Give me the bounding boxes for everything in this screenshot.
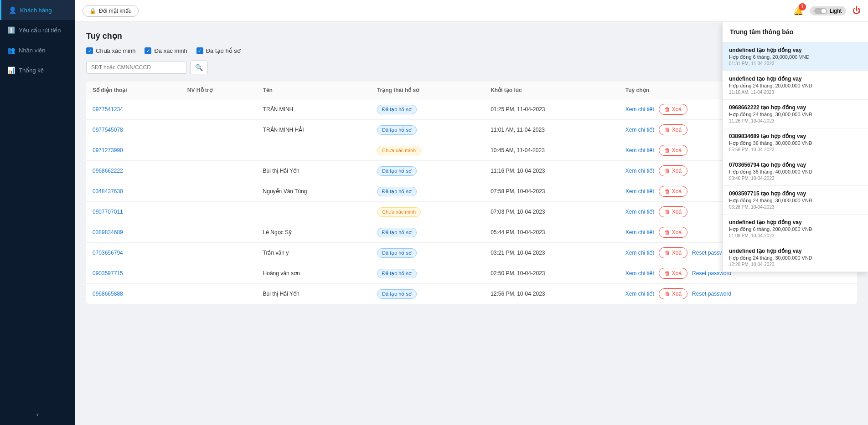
delete-button[interactable]: 🗑 Xoá bbox=[659, 247, 687, 258]
delete-button[interactable]: 🗑 Xoá bbox=[659, 268, 687, 279]
delete-button[interactable]: 🗑 Xoá bbox=[659, 288, 687, 299]
theme-toggle[interactable]: Light bbox=[810, 6, 846, 15]
change-password-button[interactable]: 🔒 Đổi mật khẩu bbox=[83, 5, 139, 17]
cell-time: 02:50 PM, 10-04-2023 bbox=[484, 263, 619, 284]
phone-link[interactable]: 0703656794 bbox=[93, 250, 123, 256]
delete-button[interactable]: 🗑 Xoá bbox=[659, 186, 687, 197]
cell-name: Bùi thị Hải Yến bbox=[257, 161, 371, 181]
view-detail-button[interactable]: Xem chi tiết bbox=[625, 188, 654, 195]
delete-button[interactable]: 🗑 Xoá bbox=[659, 206, 687, 217]
view-detail-button[interactable]: Xem chi tiết bbox=[625, 147, 654, 154]
users-icon: 👥 bbox=[7, 46, 15, 54]
topbar-right: 🔔 1 Light ⏻ bbox=[793, 6, 861, 16]
checkbox-da-xac-minh[interactable]: ✓ bbox=[145, 47, 151, 54]
filter-da-tao-ho-so[interactable]: ✓ Đã tạo hồ sơ bbox=[196, 47, 241, 54]
delete-button[interactable]: 🗑 Xoá bbox=[659, 165, 687, 176]
delete-button[interactable]: 🗑 Xoá bbox=[659, 227, 687, 238]
cell-time: 10:45 AM, 11-04-2023 bbox=[484, 140, 619, 161]
status-badge: Đã tạo hồ sơ bbox=[377, 105, 417, 114]
toggle-knob[interactable] bbox=[814, 8, 827, 14]
topbar-left: 🔒 Đổi mật khẩu bbox=[83, 5, 139, 17]
status-badge: Đã tạo hồ sơ bbox=[377, 187, 417, 196]
cell-status: Đã tạo hồ sơ bbox=[371, 161, 484, 181]
filter-da-xac-minh[interactable]: ✓ Đã xác minh bbox=[145, 47, 187, 54]
sidebar: 👤 Khách hàng ℹ️ Yêu cầu rút tiền 👥 Nhân … bbox=[0, 0, 75, 425]
view-detail-button[interactable]: Xem chi tiết bbox=[625, 229, 654, 236]
power-button[interactable]: ⏻ bbox=[852, 6, 861, 15]
sidebar-item-label: Khách hàng bbox=[20, 7, 52, 14]
chevron-left-icon: ‹ bbox=[36, 410, 39, 419]
view-detail-button[interactable]: Xem chi tiết bbox=[625, 127, 654, 133]
sidebar-item-thong-ke[interactable]: 📊 Thống kê bbox=[0, 60, 75, 80]
notification-item[interactable]: undefined tạo hợp đồng vay Hợp đồng 6 th… bbox=[723, 215, 868, 243]
status-badge: Chưa xác minh bbox=[377, 207, 421, 217]
view-detail-button[interactable]: Xem chi tiết bbox=[625, 106, 654, 113]
notif-desc: Hợp đồng 24 tháng, 30,000,000 VNĐ bbox=[729, 255, 862, 261]
status-badge: Đã tạo hồ sơ bbox=[377, 289, 417, 299]
checkbox-da-tao-ho-so[interactable]: ✓ bbox=[196, 47, 203, 54]
search-input[interactable] bbox=[86, 61, 186, 74]
notification-item[interactable]: 0968662222 tạo hợp đồng vay Hợp đồng 24 … bbox=[723, 100, 868, 128]
notif-time: 11:26 PM, 10-04-2023 bbox=[729, 118, 862, 123]
phone-link[interactable]: 0348437630 bbox=[93, 188, 123, 195]
notif-title: 0703656794 tạo hợp đồng vay bbox=[729, 162, 862, 168]
notif-time: 11:10 AM, 11-04-2023 bbox=[729, 90, 862, 95]
view-detail-button[interactable]: Xem chi tiết bbox=[625, 291, 654, 297]
trash-icon: 🗑 bbox=[665, 229, 670, 236]
phone-link[interactable]: 0977545078 bbox=[93, 127, 123, 133]
phone-link[interactable]: 0907707011 bbox=[93, 209, 123, 215]
filter-chua-xac-minh[interactable]: ✓ Chưa xác minh bbox=[86, 47, 135, 54]
notif-title: undefined tạo hợp đồng vay bbox=[729, 76, 862, 82]
view-detail-button[interactable]: Xem chi tiết bbox=[625, 250, 654, 256]
notification-list: undefined tạo hợp đồng vay Hợp đồng 6 th… bbox=[723, 42, 868, 272]
sidebar-collapse-button[interactable]: ‹ bbox=[0, 404, 75, 425]
cell-phone: 0971273990 bbox=[86, 140, 181, 161]
phone-link[interactable]: 0971273990 bbox=[93, 147, 123, 154]
notif-title: 0903597715 tạo hợp đồng vay bbox=[729, 190, 862, 197]
status-badge: Đã tạo hồ sơ bbox=[377, 125, 417, 135]
notif-time: 03:46 PM, 10-04-2023 bbox=[729, 176, 862, 181]
notification-item[interactable]: 0903597715 tạo hợp đồng vay Hợp đồng 24 … bbox=[723, 186, 868, 215]
delete-button[interactable]: 🗑 Xoá bbox=[659, 145, 687, 156]
notif-time: 01:09 PM, 10-04-2023 bbox=[729, 233, 862, 238]
search-button[interactable]: 🔍 bbox=[190, 61, 208, 74]
notification-item[interactable]: undefined tạo hợp đồng vay Hợp đồng 24 t… bbox=[723, 71, 868, 100]
delete-button[interactable]: 🗑 Xoá bbox=[659, 104, 687, 115]
notification-button[interactable]: 🔔 1 bbox=[793, 6, 803, 16]
notification-item[interactable]: 0703656794 tạo hợp đồng vay Hợp đồng 36 … bbox=[723, 157, 868, 186]
sidebar-item-khach-hang[interactable]: 👤 Khách hàng bbox=[0, 0, 75, 20]
phone-link[interactable]: 0903597715 bbox=[93, 270, 123, 277]
cell-time: 07:58 PM, 10-04-2023 bbox=[484, 181, 619, 202]
notif-title: 0389834689 tạo hợp đồng vay bbox=[729, 133, 862, 139]
cell-time: 12:56 PM, 10-04-2023 bbox=[484, 284, 619, 304]
reset-password-button[interactable]: Reset password bbox=[692, 291, 731, 297]
cell-status: Chưa xác minh bbox=[371, 140, 484, 161]
trash-icon: 🗑 bbox=[665, 209, 670, 215]
notif-desc: Hợp đồng 24 tháng, 30,000,000 VNĐ bbox=[729, 198, 862, 204]
notification-item[interactable]: 0389834689 tạo hợp đồng vay Hợp đồng 36 … bbox=[723, 128, 868, 157]
chart-icon: 📊 bbox=[7, 67, 15, 74]
col-name: Tên bbox=[257, 82, 371, 99]
phone-link[interactable]: 0977541234 bbox=[93, 106, 123, 113]
phone-link[interactable]: 0389834689 bbox=[93, 229, 123, 236]
sidebar-item-yeu-cau-rut-tien[interactable]: ℹ️ Yêu cầu rút tiền bbox=[0, 20, 75, 40]
cell-status: Đã tạo hồ sơ bbox=[371, 243, 484, 263]
cell-time: 11:01 AM, 11-04-2023 bbox=[484, 120, 619, 140]
notification-item[interactable]: undefined tạo hợp đồng vay Hợp đồng 24 t… bbox=[723, 243, 868, 272]
phone-link[interactable]: 0968662222 bbox=[93, 168, 123, 174]
view-detail-button[interactable]: Xem chi tiết bbox=[625, 168, 654, 174]
delete-button[interactable]: 🗑 Xoá bbox=[659, 124, 687, 135]
cell-time: 07:03 PM, 10-04-2023 bbox=[484, 202, 619, 222]
trash-icon: 🗑 bbox=[665, 291, 670, 297]
view-detail-button[interactable]: Xem chi tiết bbox=[625, 209, 654, 215]
cell-name: TRẦN MINH bbox=[257, 99, 371, 120]
col-phone: Số điện thoại bbox=[86, 82, 181, 99]
notif-desc: Hợp đồng 36 tháng, 30,000,000 VNĐ bbox=[729, 140, 862, 146]
sidebar-item-nhan-vien[interactable]: 👥 Nhân viên bbox=[0, 40, 75, 60]
cell-time: 01:25 PM, 11-04-2023 bbox=[484, 99, 619, 120]
notification-item[interactable]: undefined tạo hợp đồng vay Hợp đồng 6 th… bbox=[723, 42, 868, 71]
view-detail-button[interactable]: Xem chi tiết bbox=[625, 270, 654, 277]
phone-link[interactable]: 0968665888 bbox=[93, 291, 123, 297]
cell-phone: 0907707011 bbox=[86, 202, 181, 222]
checkbox-chua-xac-minh[interactable]: ✓ bbox=[86, 47, 93, 54]
